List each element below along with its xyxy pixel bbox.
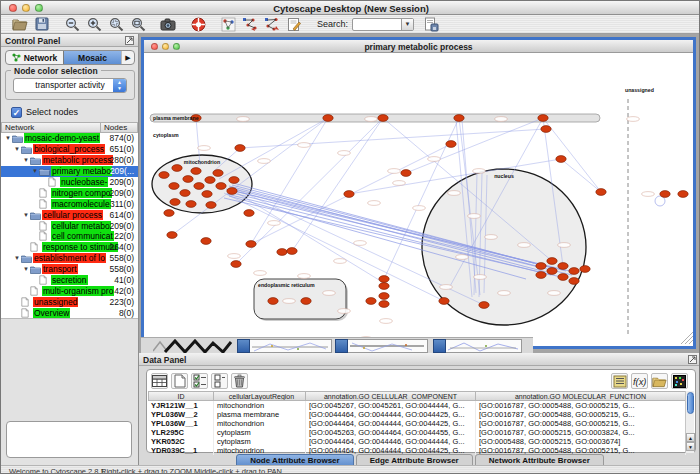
network-node[interactable] [213,170,223,177]
network-node[interactable] [439,298,449,305]
tree-row[interactable]: ▼metabolic process280(0) [1,155,138,166]
table-cell[interactable]: cytoplasm [214,437,306,446]
tree-column-nodes[interactable]: Nodes [101,122,138,133]
table-cell[interactable]: [GO:0016787, GO:0005215, GO:0003824, G..… [476,428,686,437]
minimized-window-2[interactable] [335,339,428,353]
table-cell[interactable]: [GO:0044464, GO:0044444, GO:0044425, G..… [306,419,476,428]
tree-row[interactable]: cellular metabo209(0) [1,220,138,231]
table-cell[interactable]: mitochondrion [214,419,306,428]
minimized-window-1[interactable] [237,339,332,353]
tree-row[interactable]: Overview8(0) [1,307,138,318]
layout-2-icon[interactable] [263,16,281,33]
table-row[interactable]: YPL036W__1mitochondrion[GO:0044464, GO:0… [148,419,686,428]
table-cell[interactable]: [GO:0016787, GO:0005488, GO:0005215, G..… [476,401,686,410]
tree-row[interactable]: nucleobase-209(0) [1,177,138,188]
network-node[interactable] [206,202,216,209]
tab-network[interactable]: Network [6,51,63,64]
network-node[interactable] [169,183,179,190]
network-node[interactable] [227,188,237,195]
tab-mosaic[interactable]: Mosaic [63,51,121,64]
scroll-up-icon[interactable]: ▲ [686,433,695,442]
node-color-dropdown[interactable]: transporter activity ▲▼ [13,78,127,93]
zoom-in-icon[interactable] [85,16,103,33]
network-node[interactable] [569,278,579,285]
network-node[interactable] [678,191,688,198]
float-panel-icon[interactable] [125,36,134,45]
zoom-out-icon[interactable] [63,16,81,33]
table-row[interactable]: YJR121W__1mitochondrion[GO:0045267, GO:0… [148,401,686,410]
network-node[interactable] [277,249,287,256]
tab-scroll-right-icon[interactable]: ▶ [121,51,134,64]
network-canvas[interactable]: plasma membranecytoplasmmitochondrionnuc… [144,53,693,346]
table-cell[interactable]: YJR121W__1 [148,401,214,410]
select-attributes-icon[interactable] [191,373,208,389]
network-node[interactable] [287,248,297,255]
attribute-list-icon[interactable] [611,373,628,389]
table-row[interactable]: YLR295Ccytoplasm[GO:0045263, GO:0044464,… [148,428,686,437]
network-node[interactable] [596,189,606,196]
open-icon[interactable] [11,16,29,33]
tree-row[interactable]: ▼cellular process614(0) [1,209,138,220]
network-node[interactable] [536,272,546,279]
tree-row[interactable]: nitrogen compo209(0) [1,187,138,198]
table-row[interactable]: YPL036W__2plasma membrane[GO:0044464, GO… [148,410,686,419]
table-cell[interactable]: [GO:0005488, GO:0005215, GO:0003674] [476,437,686,446]
network-node[interactable] [194,183,204,190]
attribute-table-scrollbar[interactable]: ▲ ▼ [685,391,694,453]
save-icon[interactable] [33,16,51,33]
tree-column-network[interactable]: Network [1,122,101,133]
table-cell[interactable]: [GO:0016787, GO:0005488, GO:0005215, G..… [476,419,686,428]
network-node[interactable] [235,145,245,152]
tree-row[interactable]: ▼establishment of lo558(0) [1,253,138,264]
table-cell[interactable]: [GO:0044464, GO:0044446, GO:0044444, G..… [306,437,476,446]
annotation-icon[interactable] [285,16,303,33]
network-node[interactable] [379,301,389,308]
table-column-header[interactable]: annotation.GO CELLULAR_COMPONENT [306,391,476,401]
zoom-fit-icon[interactable] [129,16,147,33]
table-cell[interactable]: YPL036W__2 [148,410,214,419]
network-node[interactable] [201,238,211,245]
network-node[interactable] [183,176,193,183]
network-edge[interactable] [561,159,601,192]
chevron-down-icon[interactable]: ▼ [401,19,413,30]
disclosure-triangle-icon[interactable]: ▼ [31,168,39,174]
load-attributes-icon[interactable] [651,373,668,389]
network-node[interactable] [244,210,254,217]
network-node[interactable] [541,126,551,133]
network-node[interactable] [191,168,201,175]
attribute-import-icon[interactable] [422,16,440,33]
network-node[interactable] [216,183,226,190]
search-input[interactable]: ▼ [352,18,414,31]
help-icon[interactable] [189,16,207,33]
table-cell[interactable]: cytoplasm [214,428,306,437]
table-cell[interactable]: plasma membrane [214,410,306,419]
table-cell[interactable]: [GO:0045263, GO:0044464, GO:0044455, G..… [306,428,476,437]
network-node[interactable] [479,302,489,309]
tree-row[interactable]: ▼primary metabo209(... [1,166,138,177]
network-node[interactable] [205,177,215,184]
resize-grip-icon[interactable] [689,340,693,344]
network-node[interactable] [569,268,579,275]
network-node[interactable] [547,258,557,265]
table-cell[interactable]: YPL036W__1 [148,419,214,428]
resize-grip-icon[interactable] [685,336,693,344]
network-node[interactable] [323,115,333,122]
network-node[interactable] [536,263,546,270]
network-node[interactable] [558,263,568,270]
network-node[interactable] [660,191,670,198]
select-nodes-checkbox[interactable]: ✓ [11,107,22,118]
network-node[interactable] [446,141,456,148]
minimized-window-titlebar[interactable] [335,339,348,353]
network-node[interactable] [202,191,212,198]
zoom-selected-icon[interactable] [107,16,125,33]
disclosure-triangle-icon[interactable]: ▼ [22,212,30,218]
network-node[interactable] [556,156,566,163]
network-node[interactable] [229,177,239,184]
matrix-icon[interactable] [671,373,688,389]
disclosure-triangle-icon[interactable]: ▼ [22,157,30,163]
network-overview-icon[interactable] [219,16,237,33]
network-node[interactable] [301,298,311,305]
tree-row[interactable]: cell communicat22(0) [1,231,138,242]
network-node[interactable] [344,191,354,198]
table-cell[interactable]: [GO:0016787, GO:0005488, GO:0005215, G..… [476,410,686,419]
